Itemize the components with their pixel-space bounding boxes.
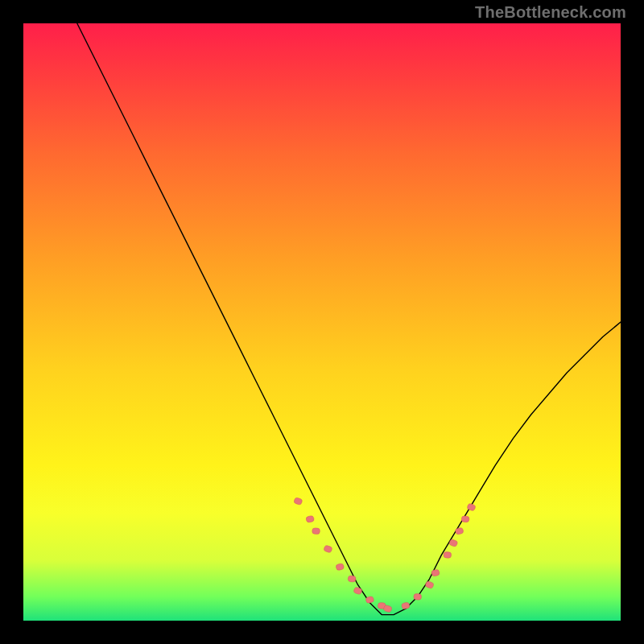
scatter-point bbox=[401, 602, 410, 609]
scatter-point bbox=[455, 527, 464, 535]
scatter-point bbox=[444, 551, 452, 558]
scatter-point bbox=[324, 545, 332, 553]
scatter-point bbox=[431, 569, 440, 576]
scatter-point bbox=[348, 576, 356, 582]
bottleneck-points bbox=[294, 497, 477, 613]
scatter-point bbox=[306, 515, 315, 522]
scatter-point bbox=[425, 580, 434, 588]
scatter-point bbox=[353, 587, 362, 595]
scatter-point bbox=[312, 528, 320, 535]
scatter-point bbox=[461, 516, 469, 522]
scatter-point bbox=[294, 497, 303, 506]
watermark-text: TheBottleneck.com bbox=[475, 3, 626, 22]
chart-frame: TheBottleneck.com bbox=[0, 0, 644, 644]
bottleneck-curve bbox=[77, 23, 621, 615]
scatter-point bbox=[414, 593, 422, 600]
plot-area bbox=[23, 23, 621, 621]
scatter-point bbox=[336, 564, 345, 571]
bottleneck-chart bbox=[23, 23, 621, 621]
